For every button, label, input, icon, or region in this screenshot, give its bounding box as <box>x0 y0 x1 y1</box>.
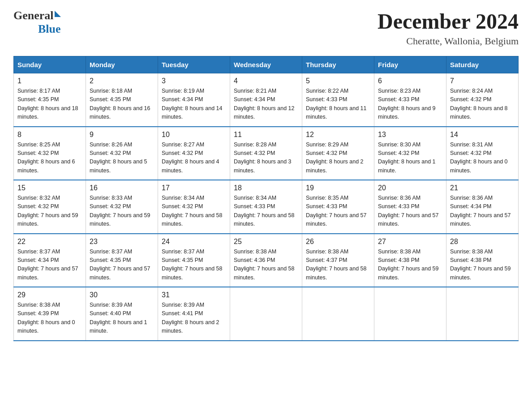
day-info: Sunrise: 8:38 AMSunset: 4:37 PMDaylight:… <box>306 248 370 283</box>
day-number: 16 <box>90 184 154 192</box>
day-info: Sunrise: 8:38 AMSunset: 4:39 PMDaylight:… <box>17 301 82 336</box>
calendar-table: SundayMondayTuesdayWednesdayThursdayFrid… <box>13 56 519 341</box>
day-info: Sunrise: 8:28 AMSunset: 4:32 PMDaylight:… <box>234 141 298 176</box>
day-number: 24 <box>162 238 226 246</box>
logo: General Blue <box>13 9 61 36</box>
day-info: Sunrise: 8:36 AMSunset: 4:34 PMDaylight:… <box>450 194 515 229</box>
day-number: 21 <box>450 184 515 192</box>
day-cell: 5Sunrise: 8:22 AMSunset: 4:33 PMDaylight… <box>302 73 374 127</box>
week-row-2: 8Sunrise: 8:25 AMSunset: 4:32 PMDaylight… <box>14 127 519 180</box>
week-row-5: 29Sunrise: 8:38 AMSunset: 4:39 PMDayligh… <box>14 287 519 341</box>
day-cell: 4Sunrise: 8:21 AMSunset: 4:34 PMDaylight… <box>230 73 302 127</box>
day-cell: 20Sunrise: 8:36 AMSunset: 4:33 PMDayligh… <box>374 180 446 234</box>
day-info: Sunrise: 8:33 AMSunset: 4:32 PMDaylight:… <box>90 194 154 229</box>
calendar-body: 1Sunrise: 8:17 AMSunset: 4:35 PMDaylight… <box>14 73 519 341</box>
title-area: December 2024 Cheratte, Wallonia, Belgiu… <box>378 9 519 47</box>
week-row-1: 1Sunrise: 8:17 AMSunset: 4:35 PMDaylight… <box>14 73 519 127</box>
day-cell: 11Sunrise: 8:28 AMSunset: 4:32 PMDayligh… <box>230 127 302 180</box>
day-cell <box>374 287 446 341</box>
day-cell: 16Sunrise: 8:33 AMSunset: 4:32 PMDayligh… <box>86 180 158 234</box>
day-number: 29 <box>17 291 82 299</box>
day-info: Sunrise: 8:29 AMSunset: 4:32 PMDaylight:… <box>306 141 370 176</box>
header-row: SundayMondayTuesdayWednesdayThursdayFrid… <box>14 56 519 73</box>
day-info: Sunrise: 8:23 AMSunset: 4:33 PMDaylight:… <box>378 87 442 122</box>
day-cell: 23Sunrise: 8:37 AMSunset: 4:35 PMDayligh… <box>86 234 158 287</box>
day-info: Sunrise: 8:34 AMSunset: 4:33 PMDaylight:… <box>234 194 298 229</box>
day-cell: 28Sunrise: 8:38 AMSunset: 4:38 PMDayligh… <box>446 234 519 287</box>
day-info: Sunrise: 8:34 AMSunset: 4:32 PMDaylight:… <box>162 194 226 229</box>
header-cell-monday: Monday <box>86 56 158 73</box>
header-cell-friday: Friday <box>374 56 446 73</box>
day-info: Sunrise: 8:24 AMSunset: 4:32 PMDaylight:… <box>450 87 515 122</box>
day-info: Sunrise: 8:19 AMSunset: 4:34 PMDaylight:… <box>162 87 226 122</box>
day-cell: 2Sunrise: 8:18 AMSunset: 4:35 PMDaylight… <box>86 73 158 127</box>
day-number: 20 <box>378 184 442 192</box>
day-info: Sunrise: 8:36 AMSunset: 4:33 PMDaylight:… <box>378 194 442 229</box>
day-info: Sunrise: 8:17 AMSunset: 4:35 PMDaylight:… <box>17 87 82 122</box>
day-info: Sunrise: 8:38 AMSunset: 4:38 PMDaylight:… <box>450 248 515 283</box>
day-info: Sunrise: 8:39 AMSunset: 4:41 PMDaylight:… <box>162 301 226 336</box>
day-number: 3 <box>162 77 226 85</box>
day-cell: 29Sunrise: 8:38 AMSunset: 4:39 PMDayligh… <box>14 287 86 341</box>
day-cell: 21Sunrise: 8:36 AMSunset: 4:34 PMDayligh… <box>446 180 519 234</box>
day-number: 11 <box>234 131 298 139</box>
day-cell: 14Sunrise: 8:31 AMSunset: 4:32 PMDayligh… <box>446 127 519 180</box>
day-number: 1 <box>17 77 82 85</box>
day-info: Sunrise: 8:35 AMSunset: 4:33 PMDaylight:… <box>306 194 370 229</box>
day-info: Sunrise: 8:37 AMSunset: 4:35 PMDaylight:… <box>162 248 226 283</box>
day-number: 4 <box>234 77 298 85</box>
day-cell: 10Sunrise: 8:27 AMSunset: 4:32 PMDayligh… <box>158 127 230 180</box>
day-number: 19 <box>306 184 370 192</box>
calendar-header: SundayMondayTuesdayWednesdayThursdayFrid… <box>14 56 519 73</box>
day-info: Sunrise: 8:38 AMSunset: 4:38 PMDaylight:… <box>378 248 442 283</box>
day-cell: 15Sunrise: 8:32 AMSunset: 4:32 PMDayligh… <box>14 180 86 234</box>
header: General Blue December 2024 Cheratte, Wal… <box>13 9 519 47</box>
week-row-4: 22Sunrise: 8:37 AMSunset: 4:34 PMDayligh… <box>14 234 519 287</box>
day-number: 7 <box>450 77 515 85</box>
day-number: 9 <box>90 131 154 139</box>
day-number: 17 <box>162 184 226 192</box>
day-number: 15 <box>17 184 82 192</box>
day-cell: 7Sunrise: 8:24 AMSunset: 4:32 PMDaylight… <box>446 73 519 127</box>
day-cell: 22Sunrise: 8:37 AMSunset: 4:34 PMDayligh… <box>14 234 86 287</box>
day-cell <box>302 287 374 341</box>
day-cell <box>446 287 519 341</box>
day-info: Sunrise: 8:32 AMSunset: 4:32 PMDaylight:… <box>17 194 82 229</box>
header-cell-wednesday: Wednesday <box>230 56 302 73</box>
day-number: 30 <box>90 291 154 299</box>
day-info: Sunrise: 8:26 AMSunset: 4:32 PMDaylight:… <box>90 141 154 176</box>
day-number: 8 <box>17 131 82 139</box>
header-cell-sunday: Sunday <box>14 56 86 73</box>
day-number: 12 <box>306 131 370 139</box>
calendar-title: December 2024 <box>378 9 519 34</box>
day-number: 25 <box>234 238 298 246</box>
logo-triangle-icon <box>55 11 61 17</box>
day-cell: 8Sunrise: 8:25 AMSunset: 4:32 PMDaylight… <box>14 127 86 180</box>
logo-blue-text: Blue <box>38 22 61 36</box>
logo-general-text: General <box>13 9 54 22</box>
day-number: 31 <box>162 291 226 299</box>
day-number: 10 <box>162 131 226 139</box>
header-cell-tuesday: Tuesday <box>158 56 230 73</box>
week-row-3: 15Sunrise: 8:32 AMSunset: 4:32 PMDayligh… <box>14 180 519 234</box>
day-info: Sunrise: 8:37 AMSunset: 4:35 PMDaylight:… <box>90 248 154 283</box>
day-cell: 13Sunrise: 8:30 AMSunset: 4:32 PMDayligh… <box>374 127 446 180</box>
header-cell-saturday: Saturday <box>446 56 519 73</box>
day-info: Sunrise: 8:25 AMSunset: 4:32 PMDaylight:… <box>17 141 82 176</box>
day-info: Sunrise: 8:21 AMSunset: 4:34 PMDaylight:… <box>234 87 298 122</box>
day-number: 18 <box>234 184 298 192</box>
day-cell: 3Sunrise: 8:19 AMSunset: 4:34 PMDaylight… <box>158 73 230 127</box>
day-cell: 12Sunrise: 8:29 AMSunset: 4:32 PMDayligh… <box>302 127 374 180</box>
day-cell: 26Sunrise: 8:38 AMSunset: 4:37 PMDayligh… <box>302 234 374 287</box>
day-number: 27 <box>378 238 442 246</box>
day-info: Sunrise: 8:27 AMSunset: 4:32 PMDaylight:… <box>162 141 226 176</box>
day-cell <box>230 287 302 341</box>
day-info: Sunrise: 8:22 AMSunset: 4:33 PMDaylight:… <box>306 87 370 122</box>
day-number: 13 <box>378 131 442 139</box>
day-cell: 17Sunrise: 8:34 AMSunset: 4:32 PMDayligh… <box>158 180 230 234</box>
day-number: 2 <box>90 77 154 85</box>
day-number: 23 <box>90 238 154 246</box>
day-cell: 30Sunrise: 8:39 AMSunset: 4:40 PMDayligh… <box>86 287 158 341</box>
day-cell: 27Sunrise: 8:38 AMSunset: 4:38 PMDayligh… <box>374 234 446 287</box>
day-number: 28 <box>450 238 515 246</box>
